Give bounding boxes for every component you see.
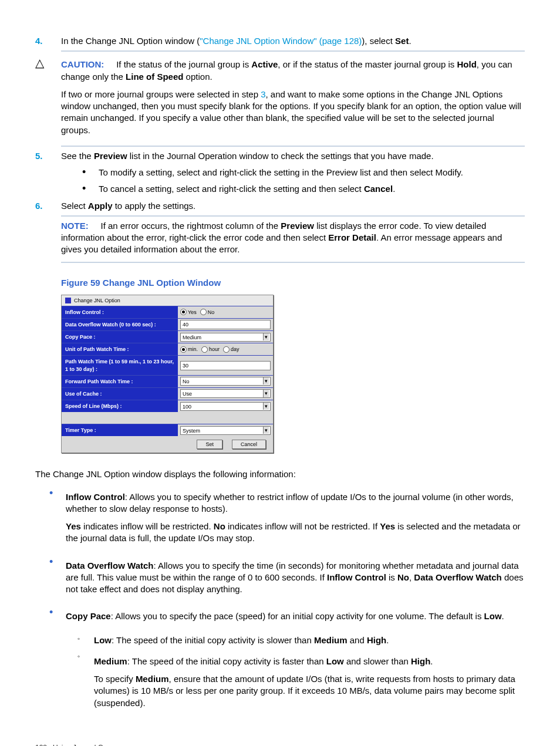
figure-caption: Figure 59 Change JNL Option Window xyxy=(61,277,525,289)
step-3-link[interactable]: 3 xyxy=(261,89,265,99)
pathwatch-input[interactable]: 30 xyxy=(180,361,271,370)
page-footer: 128 Using Journal Groups xyxy=(35,743,525,746)
overflow-input[interactable]: 40 xyxy=(180,320,271,329)
data-overflow-item: • Data Overflow Watch: Allows you to spe… xyxy=(49,556,525,602)
caution-icon: △ xyxy=(35,55,61,142)
change-jnl-option-window: Change JNL Option Inflow Control : Yes N… xyxy=(61,295,274,454)
footer-title: Using Journal Groups xyxy=(53,744,121,746)
copypace-select[interactable]: Medium xyxy=(180,333,271,342)
speed-label: Speed of Line (Mbps) : xyxy=(62,400,178,412)
step-number: 4. xyxy=(35,35,61,47)
caution-label: CAUTION: xyxy=(61,59,104,69)
note-block: NOTE: If an error occurs, the rightmost … xyxy=(61,220,525,256)
step-number: 6. xyxy=(35,200,61,212)
bullet-icon: • xyxy=(82,183,99,195)
window-title-bar: Change JNL Option xyxy=(62,295,273,306)
window-icon xyxy=(65,298,71,303)
circle-bullet-icon: ◦ xyxy=(77,634,94,646)
step-5: 5. See the Preview list in the Journal O… xyxy=(35,150,525,162)
step-text: In the Change JNL Option window ("Change… xyxy=(61,35,525,47)
cancel-button[interactable]: Cancel xyxy=(232,440,266,449)
timer-select[interactable]: System xyxy=(180,426,271,435)
low-sub-item: ◦ Low: The speed of the initial copy act… xyxy=(77,634,525,646)
bullet-text: To modify a setting, select and right-cl… xyxy=(99,167,463,178)
bullet-icon: • xyxy=(49,488,66,551)
copypace-label: Copy Pace : xyxy=(62,331,178,343)
step-4: 4. In the Change JNL Option window ("Cha… xyxy=(35,35,525,47)
timer-label: Timer Type : xyxy=(62,424,178,436)
unit-min-radio[interactable]: min. xyxy=(180,346,198,353)
forward-select[interactable]: No xyxy=(180,377,271,386)
bullet-text: To cancel a setting, select and right-cl… xyxy=(99,183,395,195)
inflow-yes-radio[interactable]: Yes xyxy=(180,309,197,316)
inflow-control-item: • Inflow Control: Allows you to specify … xyxy=(49,488,525,551)
bullet-icon: • xyxy=(49,607,66,628)
circle-bullet-icon: ◦ xyxy=(77,652,94,715)
copy-pace-item: • Copy Pace: Allows you to specify the p… xyxy=(49,607,525,628)
set-button[interactable]: Set xyxy=(197,440,222,449)
note-label: NOTE: xyxy=(61,221,89,231)
cache-label: Use of Cache : xyxy=(62,388,178,400)
after-figure-text: The Change JNL Option window displays th… xyxy=(35,468,525,480)
unit-label: Unit of Path Watch Time : xyxy=(62,343,178,355)
xref-link[interactable]: "Change JNL Option Window" (page 128) xyxy=(200,36,362,46)
bullet-icon: • xyxy=(49,556,66,602)
pathwatch-label: Path Watch Time (1 to 59 min., 1 to 23 h… xyxy=(62,356,178,374)
medium-sub-item: ◦ Medium: The speed of the initial copy … xyxy=(77,652,525,715)
speed-select[interactable]: 100 xyxy=(180,402,271,411)
cache-select[interactable]: Use xyxy=(180,389,271,398)
inflow-no-radio[interactable]: No xyxy=(200,309,215,316)
bullet-icon: • xyxy=(82,167,99,178)
unit-hour-radio[interactable]: hour xyxy=(201,346,220,353)
inflow-control-label: Inflow Control : xyxy=(62,306,178,318)
step-5-sublist: •To modify a setting, select and right-c… xyxy=(82,167,525,195)
step-number: 5. xyxy=(35,150,61,162)
caution-block: △ CAUTION: If the status of the journal … xyxy=(35,55,525,142)
step-6: 6. Select Apply to apply the settings. xyxy=(35,200,525,212)
overflow-label: Data Overflow Watch (0 to 600 sec) : xyxy=(62,319,178,330)
page-number: 128 xyxy=(35,744,47,746)
forward-label: Forward Path Watch Time : xyxy=(62,376,178,387)
unit-day-radio[interactable]: day xyxy=(223,346,239,353)
